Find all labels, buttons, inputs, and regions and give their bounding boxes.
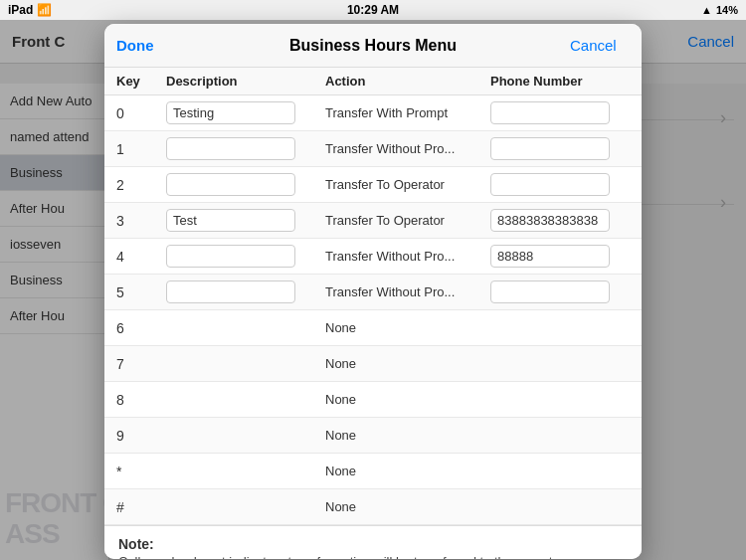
action-cell-2: Transfer To Operator [325,177,490,192]
description-input-2[interactable] [166,173,295,196]
action-cell-1: Transfer Without Pro... [325,141,490,156]
phone-cell-4 [490,245,630,268]
table-row: 9None [104,418,642,454]
key-cell-10: * [116,464,166,479]
status-bar-left: iPad 📶 [8,3,52,17]
table-row: 1Transfer Without Pro... [104,131,642,167]
key-cell-0: 0 [116,105,166,121]
phone-input-5[interactable] [490,280,610,303]
desc-cell-4 [166,245,325,268]
phone-input-3[interactable] [490,209,610,232]
key-cell-3: 3 [116,213,166,229]
note-label: Note: [118,536,628,552]
description-input-1[interactable] [166,137,295,160]
description-input-5[interactable] [166,280,295,303]
table-header: Key Description Action Phone Number [104,68,642,95]
table-row: 8None [104,382,642,418]
table-row: 2Transfer To Operator [104,167,642,203]
desc-cell-3 [166,209,325,232]
col-action: Action [325,74,490,89]
key-cell-1: 1 [116,141,166,157]
col-phone: Phone Number [490,74,630,89]
description-input-0[interactable] [166,101,295,124]
status-bar: iPad 📶 10:29 AM ▲ 14% [0,0,746,20]
wifi-icon: 📶 [37,3,52,17]
table-row: *None [104,454,642,489]
key-cell-5: 5 [116,284,166,300]
key-cell-8: 8 [116,392,166,408]
table-row: 5Transfer Without Pro... [104,275,642,310]
modal-header: Done Business Hours Menu Cancel [104,24,642,68]
phone-input-2[interactable] [490,173,610,196]
key-cell-4: 4 [116,249,166,265]
action-cell-3: Transfer To Operator [325,213,490,228]
table-row: #None [104,489,642,525]
phone-cell-3 [490,209,630,232]
phone-input-0[interactable] [490,101,610,124]
signal-icon: ▲ [701,4,712,16]
battery-label: 14% [716,4,738,16]
ipad-label: iPad [8,3,33,17]
done-button[interactable]: Done [116,37,176,54]
table-row: 4Transfer Without Pro... [104,239,642,275]
description-input-4[interactable] [166,245,295,268]
action-cell-0: Transfer With Prompt [325,105,490,120]
status-bar-time: 10:29 AM [347,3,399,17]
table-rows: 0Transfer With Prompt1Transfer Without P… [104,95,642,525]
phone-cell-2 [490,173,630,196]
desc-cell-1 [166,137,325,160]
desc-cell-5 [166,280,325,303]
action-cell-6: None [325,320,490,335]
table-row: 6None [104,310,642,346]
col-key: Key [116,74,166,89]
key-cell-11: # [116,499,166,515]
key-cell-2: 2 [116,177,166,193]
action-cell-7: None [325,356,490,371]
phone-input-1[interactable] [490,137,610,160]
phone-cell-0 [490,101,630,124]
key-cell-9: 9 [116,428,166,444]
desc-cell-0 [166,101,325,124]
key-cell-7: 7 [116,356,166,372]
cancel-button[interactable]: Cancel [570,37,630,54]
table-row: 7None [104,346,642,382]
phone-input-4[interactable] [490,245,610,268]
action-cell-11: None [325,499,490,514]
action-cell-9: None [325,428,490,443]
note-section: Note: Callers who do not indicate a tran… [104,525,642,559]
col-description: Description [166,74,325,89]
modal-body: Key Description Action Phone Number 0Tra… [104,68,642,559]
key-cell-6: 6 [116,320,166,336]
description-input-3[interactable] [166,209,295,232]
modal-overlay: Done Business Hours Menu Cancel Key Desc… [0,20,746,560]
action-cell-10: None [325,464,490,478]
phone-cell-1 [490,137,630,160]
phone-cell-5 [490,280,630,303]
action-cell-4: Transfer Without Pro... [325,249,490,264]
note-text: Callers who do not indicate a transfer o… [118,554,628,559]
business-hours-modal: Done Business Hours Menu Cancel Key Desc… [104,24,642,559]
table-row: 3Transfer To Operator [104,203,642,239]
status-bar-right: ▲ 14% [701,4,738,16]
action-cell-5: Transfer Without Pro... [325,284,490,299]
modal-title: Business Hours Menu [176,37,570,55]
desc-cell-2 [166,173,325,196]
action-cell-8: None [325,392,490,407]
table-row: 0Transfer With Prompt [104,95,642,131]
